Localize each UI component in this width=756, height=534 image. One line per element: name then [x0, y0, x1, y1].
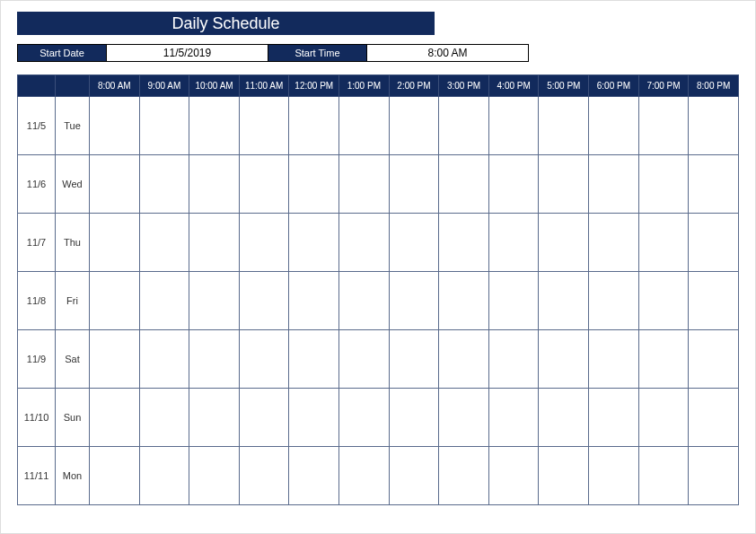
schedule-cell[interactable] — [239, 214, 289, 272]
schedule-cell[interactable] — [488, 155, 539, 214]
schedule-cell[interactable] — [139, 214, 189, 272]
schedule-cell[interactable] — [139, 272, 189, 330]
schedule-cell[interactable] — [189, 272, 240, 330]
date-cell: 11/9 — [18, 330, 56, 389]
schedule-cell[interactable] — [189, 389, 240, 447]
schedule-cell[interactable] — [289, 330, 339, 389]
schedule-cell[interactable] — [139, 97, 189, 155]
schedule-cell[interactable] — [439, 330, 489, 389]
schedule-cell[interactable] — [439, 214, 489, 272]
schedule-cell[interactable] — [439, 97, 489, 155]
schedule-cell[interactable] — [689, 97, 739, 155]
schedule-cell[interactable] — [488, 330, 539, 389]
schedule-cell[interactable] — [439, 272, 489, 330]
time-header: 12:00 PM — [289, 75, 339, 97]
schedule-cell[interactable] — [139, 389, 189, 447]
schedule-cell[interactable] — [638, 389, 689, 447]
schedule-cell[interactable] — [638, 214, 689, 272]
schedule-cell[interactable] — [289, 447, 339, 505]
schedule-cell[interactable] — [539, 214, 589, 272]
schedule-cell[interactable] — [90, 389, 140, 447]
schedule-cell[interactable] — [539, 330, 589, 389]
schedule-cell[interactable] — [289, 214, 339, 272]
schedule-cell[interactable] — [189, 214, 240, 272]
schedule-cell[interactable] — [488, 214, 539, 272]
schedule-cell[interactable] — [90, 330, 140, 389]
schedule-cell[interactable] — [689, 272, 739, 330]
schedule-cell[interactable] — [90, 447, 140, 505]
schedule-cell[interactable] — [689, 389, 739, 447]
schedule-cell[interactable] — [589, 389, 639, 447]
schedule-cell[interactable] — [638, 155, 689, 214]
schedule-cell[interactable] — [589, 330, 639, 389]
schedule-cell[interactable] — [488, 389, 539, 447]
table-row: 11/7Thu — [18, 214, 739, 272]
schedule-cell[interactable] — [689, 330, 739, 389]
start-time-input[interactable]: 8:00 AM — [367, 44, 529, 62]
schedule-cell[interactable] — [638, 97, 689, 155]
schedule-cell[interactable] — [589, 155, 639, 214]
schedule-cell[interactable] — [339, 155, 390, 214]
schedule-cell[interactable] — [539, 447, 589, 505]
schedule-cell[interactable] — [689, 447, 739, 505]
schedule-cell[interactable] — [339, 330, 390, 389]
schedule-cell[interactable] — [589, 97, 639, 155]
schedule-cell[interactable] — [139, 447, 189, 505]
schedule-cell[interactable] — [389, 447, 439, 505]
schedule-cell[interactable] — [539, 155, 589, 214]
schedule-cell[interactable] — [539, 272, 589, 330]
start-date-input[interactable]: 11/5/2019 — [107, 44, 268, 62]
schedule-cell[interactable] — [389, 330, 439, 389]
schedule-cell[interactable] — [638, 330, 689, 389]
schedule-cell[interactable] — [439, 447, 489, 505]
schedule-cell[interactable] — [289, 389, 339, 447]
schedule-cell[interactable] — [289, 272, 339, 330]
time-header: 2:00 PM — [389, 75, 439, 97]
schedule-cell[interactable] — [488, 97, 539, 155]
schedule-cell[interactable] — [189, 155, 240, 214]
schedule-cell[interactable] — [339, 447, 390, 505]
schedule-cell[interactable] — [339, 214, 390, 272]
schedule-cell[interactable] — [589, 214, 639, 272]
schedule-cell[interactable] — [90, 272, 140, 330]
schedule-cell[interactable] — [638, 447, 689, 505]
schedule-cell[interactable] — [90, 155, 140, 214]
schedule-cell[interactable] — [389, 155, 439, 214]
schedule-cell[interactable] — [389, 97, 439, 155]
schedule-cell[interactable] — [488, 272, 539, 330]
schedule-cell[interactable] — [439, 389, 489, 447]
schedule-cell[interactable] — [239, 97, 289, 155]
schedule-cell[interactable] — [239, 272, 289, 330]
date-cell: 11/6 — [18, 155, 56, 214]
date-cell: 11/5 — [18, 97, 56, 155]
schedule-cell[interactable] — [638, 272, 689, 330]
schedule-cell[interactable] — [539, 97, 589, 155]
schedule-cell[interactable] — [139, 330, 189, 389]
schedule-cell[interactable] — [239, 330, 289, 389]
schedule-cell[interactable] — [239, 155, 289, 214]
schedule-cell[interactable] — [339, 272, 390, 330]
schedule-cell[interactable] — [90, 214, 140, 272]
schedule-cell[interactable] — [239, 389, 289, 447]
schedule-cell[interactable] — [90, 97, 140, 155]
schedule-cell[interactable] — [389, 389, 439, 447]
schedule-cell[interactable] — [289, 97, 339, 155]
schedule-cell[interactable] — [689, 155, 739, 214]
schedule-cell[interactable] — [189, 97, 240, 155]
schedule-cell[interactable] — [589, 272, 639, 330]
day-cell: Sun — [56, 389, 90, 447]
schedule-cell[interactable] — [488, 447, 539, 505]
schedule-cell[interactable] — [289, 155, 339, 214]
schedule-cell[interactable] — [589, 447, 639, 505]
schedule-cell[interactable] — [189, 330, 240, 389]
schedule-cell[interactable] — [339, 389, 390, 447]
schedule-cell[interactable] — [439, 155, 489, 214]
schedule-cell[interactable] — [539, 389, 589, 447]
schedule-cell[interactable] — [389, 272, 439, 330]
schedule-cell[interactable] — [189, 447, 240, 505]
schedule-cell[interactable] — [689, 214, 739, 272]
schedule-cell[interactable] — [239, 447, 289, 505]
schedule-cell[interactable] — [389, 214, 439, 272]
schedule-cell[interactable] — [339, 97, 390, 155]
schedule-cell[interactable] — [139, 155, 189, 214]
